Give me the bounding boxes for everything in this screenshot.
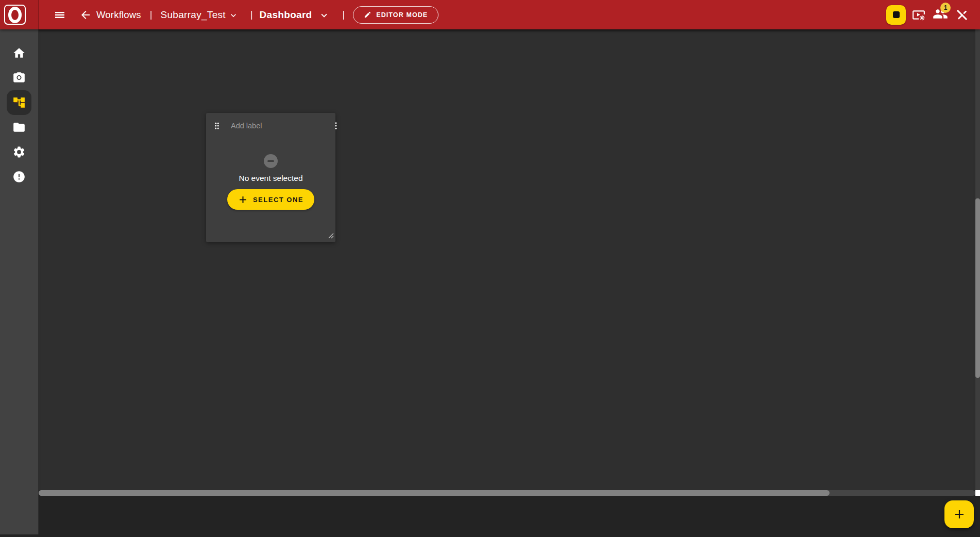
users-button[interactable]: 1 xyxy=(933,6,948,24)
workflow-name: Subarray_Test xyxy=(160,9,225,21)
view-selector[interactable]: Dashboard xyxy=(260,8,330,21)
back-button[interactable] xyxy=(79,9,92,21)
resize-handle-icon[interactable] xyxy=(328,231,334,241)
widget-body: No event selected SELECT ONE xyxy=(206,130,335,210)
home-icon xyxy=(12,46,26,60)
select-one-button[interactable]: SELECT ONE xyxy=(227,189,314,210)
horizontal-scrollbar-thumb[interactable] xyxy=(39,490,830,496)
view-name: Dashboard xyxy=(260,9,312,21)
error-icon xyxy=(12,170,26,183)
edit-off-icon xyxy=(955,8,969,22)
sidebar-item-alerts[interactable] xyxy=(0,164,39,189)
widget-label-input[interactable] xyxy=(231,122,327,130)
app-logo xyxy=(0,0,39,29)
breadcrumb-workflows[interactable]: Workflows xyxy=(96,9,141,21)
edit-pencil-icon xyxy=(364,11,371,19)
exit-editor-button[interactable] xyxy=(955,8,969,22)
notification-badge: 1 xyxy=(940,3,951,13)
breadcrumb-separator: | xyxy=(343,9,345,20)
topbar: Workflows | Subarray_Test | Dashboard | … xyxy=(0,0,980,29)
video-settings-icon xyxy=(912,8,925,22)
editor-mode-label: EDITOR MODE xyxy=(376,11,428,19)
stop-icon xyxy=(893,11,900,18)
vertical-scrollbar-track[interactable] xyxy=(975,29,980,490)
gear-icon xyxy=(12,145,26,159)
menu-icon xyxy=(54,9,66,21)
logo-icon xyxy=(4,5,26,25)
chevron-down-icon xyxy=(318,10,330,21)
editor-mode-button[interactable]: EDITOR MODE xyxy=(353,6,438,24)
sidebar-item-files[interactable] xyxy=(0,115,39,140)
active-item-highlight xyxy=(7,90,31,115)
workflow-tree-icon xyxy=(12,96,26,109)
sidebar xyxy=(0,29,39,534)
workflow-selector[interactable]: Subarray_Test xyxy=(160,9,238,21)
sidebar-item-workflows[interactable] xyxy=(0,90,39,115)
plus-icon xyxy=(953,508,966,521)
sidebar-item-home[interactable] xyxy=(0,41,39,65)
empty-state-text: No event selected xyxy=(239,174,302,183)
arrow-back-icon xyxy=(79,9,92,21)
chevron-down-icon xyxy=(228,10,239,21)
bottom-panel xyxy=(39,496,980,537)
stop-button[interactable] xyxy=(886,5,906,25)
event-widget-card: No event selected SELECT ONE xyxy=(206,113,335,242)
plus-icon xyxy=(238,195,248,205)
dashboard-canvas: No event selected SELECT ONE xyxy=(39,29,975,490)
folder-icon xyxy=(12,121,26,134)
menu-button[interactable] xyxy=(54,9,66,21)
sidebar-item-settings[interactable] xyxy=(0,140,39,164)
horizontal-scrollbar-track[interactable] xyxy=(39,490,975,496)
breadcrumb-separator: | xyxy=(150,9,153,20)
minus-circle-icon xyxy=(264,154,278,168)
kebab-menu-icon[interactable] xyxy=(331,121,341,130)
select-one-label: SELECT ONE xyxy=(253,196,303,204)
widget-header xyxy=(206,113,335,130)
scrollbar-corner xyxy=(975,490,980,496)
sidebar-item-camera[interactable] xyxy=(0,65,39,90)
drag-handle-icon[interactable] xyxy=(212,121,222,130)
breadcrumb-separator: | xyxy=(250,9,253,20)
camera-icon xyxy=(12,71,26,85)
vertical-scrollbar-thumb[interactable] xyxy=(975,198,980,378)
video-settings-button[interactable] xyxy=(912,8,925,22)
add-widget-fab[interactable] xyxy=(944,500,974,528)
